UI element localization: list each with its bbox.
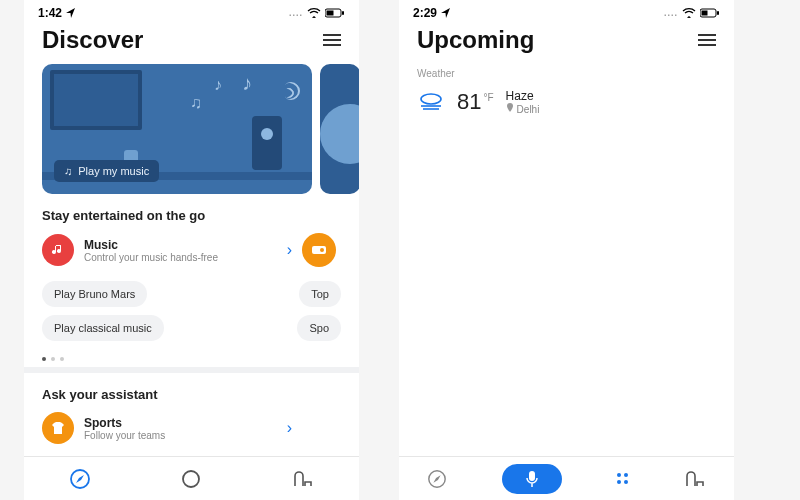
chip-play-bruno[interactable]: Play Bruno Mars <box>42 281 147 307</box>
chip-top[interactable]: Top <box>299 281 341 307</box>
music-note-icon: ♫ <box>64 165 72 177</box>
music-icon <box>42 234 74 266</box>
phone-upcoming: 2:29 .... Upcoming Weather 81 °F <box>399 0 734 500</box>
chevron-right-icon: › <box>287 419 292 437</box>
pin-icon <box>506 103 514 115</box>
svg-rect-2 <box>342 11 344 15</box>
tile-title: Sports <box>84 416 277 430</box>
chip-spo[interactable]: Spo <box>297 315 341 341</box>
tile-music[interactable]: Music Control your music hands-free › <box>42 233 292 267</box>
dot <box>60 357 64 361</box>
signal-dots: .... <box>289 8 303 18</box>
bottom-nav <box>24 456 359 500</box>
temp-value: 81 <box>457 89 481 115</box>
svg-point-4 <box>320 248 324 252</box>
section-heading: Stay entertained on the go <box>42 208 341 223</box>
location-text: Delhi <box>517 104 540 115</box>
signal-dots: .... <box>664 8 678 18</box>
svg-rect-8 <box>702 11 708 16</box>
jersey-icon <box>42 412 74 444</box>
nav-mic[interactable] <box>502 464 562 494</box>
tile-sports[interactable]: Sports Follow your teams › <box>42 412 292 444</box>
nav-devices[interactable] <box>683 468 707 490</box>
menu-button[interactable] <box>698 31 716 49</box>
page-title: Upcoming <box>417 26 534 54</box>
section-entertainment: Stay entertained on the go Music Control… <box>24 194 359 351</box>
music-note-icon: ♪ <box>242 72 252 95</box>
page-dots <box>24 351 359 361</box>
grid-icon <box>617 473 628 484</box>
section-assistant: Ask your assistant Sports Follow your te… <box>24 373 359 448</box>
hero-carousel[interactable]: ♪ ♫ ♪ ♫ Play my music <box>24 64 359 194</box>
status-time: 2:29 <box>413 6 437 20</box>
hero-card-peek[interactable] <box>320 64 359 194</box>
svg-rect-14 <box>529 471 535 481</box>
weather-temp: 81 °F <box>457 89 494 115</box>
nav-devices[interactable] <box>291 468 315 490</box>
music-note-icon: ♫ <box>190 94 202 112</box>
svg-rect-9 <box>717 11 719 15</box>
tile-subtitle: Follow your teams <box>84 430 277 441</box>
header: Upcoming <box>399 22 734 64</box>
weather-label: Weather <box>399 64 734 81</box>
tile-subtitle: Control your music hands-free <box>84 252 277 263</box>
tile-peek[interactable] <box>302 233 336 267</box>
hero-cta-label: Play my music <box>78 165 149 177</box>
weather-condition: Haze <box>506 89 540 103</box>
music-note-icon: ♪ <box>214 76 222 94</box>
tile-title: Music <box>84 238 277 252</box>
dot-active <box>42 357 46 361</box>
phone-discover: 1:42 .... Discover ♪ <box>24 0 359 500</box>
dot <box>51 357 55 361</box>
wifi-icon <box>682 8 696 18</box>
status-time: 1:42 <box>38 6 62 20</box>
svg-rect-1 <box>327 11 334 16</box>
mic-pill <box>502 464 562 494</box>
chip-play-classical[interactable]: Play classical music <box>42 315 164 341</box>
radio-icon <box>311 241 327 259</box>
wifi-icon <box>307 8 321 18</box>
nav-discover[interactable] <box>427 469 447 489</box>
mic-icon <box>525 470 539 488</box>
nav-discover[interactable] <box>69 468 91 490</box>
svg-point-6 <box>183 471 199 487</box>
weather-location: Delhi <box>506 103 540 115</box>
svg-point-10 <box>421 94 441 104</box>
location-icon <box>441 8 451 18</box>
status-bar: 2:29 .... <box>399 0 734 22</box>
battery-icon <box>700 8 720 18</box>
nav-cortana[interactable] <box>180 468 202 490</box>
menu-button[interactable] <box>323 31 341 49</box>
hero-card-music[interactable]: ♪ ♫ ♪ ♫ Play my music <box>42 64 312 194</box>
hero-cta-chip[interactable]: ♫ Play my music <box>54 160 159 182</box>
header: Discover <box>24 22 359 64</box>
page-title: Discover <box>42 26 143 54</box>
haze-icon <box>417 89 445 117</box>
battery-icon <box>325 8 345 18</box>
weather-card[interactable]: 81 °F Haze Delhi <box>399 81 734 125</box>
nav-apps[interactable] <box>617 473 628 484</box>
location-icon <box>66 8 76 18</box>
suggestion-chips: Play Bruno Mars Top Play classical music… <box>42 281 341 341</box>
temp-unit: °F <box>483 92 493 103</box>
section-heading: Ask your assistant <box>42 387 341 402</box>
chevron-right-icon: › <box>287 241 292 259</box>
bottom-nav <box>399 456 734 500</box>
status-bar: 1:42 .... <box>24 0 359 22</box>
